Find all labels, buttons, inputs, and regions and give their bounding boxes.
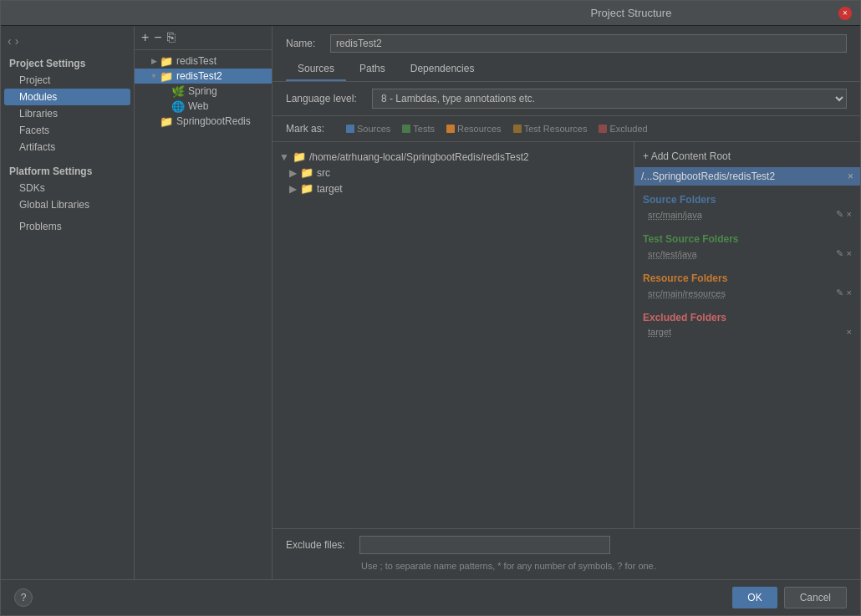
sidebar-item-project[interactable]: Project (1, 72, 134, 89)
source-folder-path-0: src/main/java (648, 210, 702, 220)
tree-arrow-redistest2: ▼ (148, 72, 160, 80)
add-module-button[interactable]: + (141, 31, 149, 44)
name-input[interactable] (330, 34, 847, 53)
excluded-folder-actions-0: × (847, 327, 852, 337)
mark-resources-button[interactable]: Resources (443, 123, 505, 135)
resource-folder-path-0: src/main/resources (648, 288, 726, 298)
root-folder-icon: 📁 (293, 150, 306, 163)
sidebar-item-sdks[interactable]: SDKs (1, 180, 134, 196)
nav-back-button[interactable]: ‹ (8, 34, 12, 48)
tree-item-redistest[interactable]: ▶ 📁 redisTest (135, 53, 272, 69)
help-button[interactable]: ? (14, 588, 33, 607)
resource-folders-section: Resource Folders src/main/resources ✎ × (634, 264, 860, 303)
file-tree-root-path: /home/atrhuang-local/SpringbootRedis/red… (309, 151, 529, 163)
file-tree: ▼ 📁 /home/atrhuang-local/SpringbootRedis… (273, 142, 634, 528)
folder-expand-icon: ▼ (279, 151, 289, 163)
resource-folder-edit-icon[interactable]: ✎ (836, 288, 843, 298)
test-folder-edit-icon[interactable]: ✎ (836, 248, 843, 259)
mark-as-row: Mark as: Sources Tests Resources (273, 116, 860, 142)
mark-sources-button[interactable]: Sources (343, 123, 394, 135)
nav-buttons: ‹ › (1, 33, 134, 53)
file-tree-target[interactable]: ▶ 📁 target (276, 181, 630, 196)
title-bar: Project Structure × (1, 1, 860, 26)
tree-item-label-springbootredis: SpringbootRedis (176, 115, 251, 127)
excluded-folders-item-0: target × (634, 325, 860, 339)
sidebar-item-global-libraries[interactable]: Global Libraries (1, 196, 134, 213)
source-folders-section: Source Folders src/main/java ✎ × (634, 186, 860, 225)
test-source-folder-path-0: src/test/java (648, 249, 697, 259)
target-folder-icon: 📁 (300, 182, 313, 195)
sidebar-item-facets[interactable]: Facets (1, 122, 134, 139)
excluded-folders-title: Excluded Folders (634, 307, 860, 325)
test-folder-remove-icon[interactable]: × (847, 248, 852, 259)
target-expand-icon: ▶ (289, 183, 297, 195)
tree-arrow-redistest: ▶ (148, 57, 160, 65)
resource-folder-actions-0: ✎ × (836, 288, 852, 298)
dialog-container: Project Structure × ‹ › Project Settings… (0, 0, 861, 616)
source-folders-title: Source Folders (634, 189, 860, 207)
src-folder-icon: 📁 (300, 166, 313, 179)
platform-settings-header: Platform Settings (1, 160, 134, 180)
content-root-header: /...SpringbootRedis/redisTest2 × (634, 167, 860, 186)
exclude-hint: Use ; to separate name patterns, * for a… (286, 559, 847, 573)
test-source-folders-section: Test Source Folders src/test/java ✎ × (634, 225, 860, 264)
folder-icon-redistest2: 📁 (160, 71, 173, 81)
mark-test-resources-button[interactable]: Test Resources (510, 123, 591, 135)
tree-item-redistest2[interactable]: ▼ 📁 redisTest2 (135, 69, 272, 84)
tree-item-spring[interactable]: 🌿 Spring (135, 84, 272, 99)
file-tree-src[interactable]: ▶ 📁 src (276, 165, 630, 181)
tree-item-label-web: Web (188, 100, 208, 112)
excluded-icon (599, 125, 607, 133)
tab-sources[interactable]: Sources (286, 58, 346, 81)
sidebar-item-modules[interactable]: Modules (4, 89, 130, 105)
remove-module-button[interactable]: − (154, 31, 161, 44)
name-label: Name: (286, 38, 324, 49)
file-tree-target-label: target (317, 183, 343, 195)
sources-icon (346, 125, 354, 133)
excluded-folder-path-0: target (648, 327, 671, 337)
source-folder-edit-icon[interactable]: ✎ (836, 209, 843, 220)
exclude-input[interactable] (359, 536, 610, 554)
resource-folders-title: Resource Folders (634, 267, 860, 286)
file-tree-root[interactable]: ▼ 📁 /home/atrhuang-local/SpringbootRedis… (276, 149, 630, 165)
content-root-close-icon[interactable]: × (848, 171, 853, 182)
footer-left: ? (14, 587, 726, 608)
spring-icon: 🌿 (171, 86, 185, 96)
close-button[interactable]: × (838, 7, 852, 20)
test-source-folders-title: Test Source Folders (634, 228, 860, 247)
sidebar-item-artifacts[interactable]: Artifacts (1, 139, 134, 155)
cancel-button[interactable]: Cancel (784, 587, 847, 608)
source-folder-remove-icon[interactable]: × (847, 209, 852, 220)
mark-buttons: Sources Tests Resources Test Resources (343, 123, 651, 135)
nav-forward-button[interactable]: › (15, 34, 19, 48)
language-select[interactable]: 8 - Lambdas, type annotations etc. (372, 89, 847, 109)
ok-button[interactable]: OK (732, 587, 777, 608)
tab-paths[interactable]: Paths (348, 58, 397, 81)
language-label: Language level: (286, 93, 365, 104)
source-folders-item-0: src/main/java ✎ × (634, 207, 860, 221)
folder-icon-redistest: 📁 (160, 56, 173, 66)
tree-item-web[interactable]: 🌐 Web (135, 99, 272, 114)
sidebar-item-problems[interactable]: Problems (1, 218, 134, 235)
tab-dependencies[interactable]: Dependencies (399, 58, 487, 81)
tree-item-label-spring: Spring (188, 85, 217, 97)
content-root-path: /...SpringbootRedis/redisTest2 (641, 171, 775, 182)
excluded-folders-section: Excluded Folders target × (634, 303, 860, 342)
source-folder-actions-0: ✎ × (836, 209, 852, 220)
right-panel: + Add Content Root /...SpringbootRedis/r… (634, 142, 860, 528)
sidebar-item-libraries[interactable]: Libraries (1, 105, 134, 122)
mark-excluded-button[interactable]: Excluded (595, 123, 650, 135)
tree-toolbar: + − ⎘ (135, 26, 272, 50)
exclude-label: Exclude files: (286, 539, 353, 551)
mark-tests-button[interactable]: Tests (399, 123, 438, 135)
resource-folders-item-0: src/main/resources ✎ × (634, 286, 860, 300)
copy-module-button[interactable]: ⎘ (167, 31, 176, 44)
add-content-root-button[interactable]: + Add Content Root (643, 150, 731, 162)
language-row: Language level: 8 - Lambdas, type annota… (273, 82, 860, 116)
excluded-folder-remove-icon[interactable]: × (847, 327, 852, 337)
dialog-title: Project Structure (424, 7, 838, 19)
tree-item-springbootredis[interactable]: 📁 SpringbootRedis (135, 114, 272, 129)
folder-icon-springbootredis: 📁 (160, 116, 173, 126)
resource-folder-remove-icon[interactable]: × (847, 288, 852, 298)
test-source-folders-item-0: src/test/java ✎ × (634, 247, 860, 261)
